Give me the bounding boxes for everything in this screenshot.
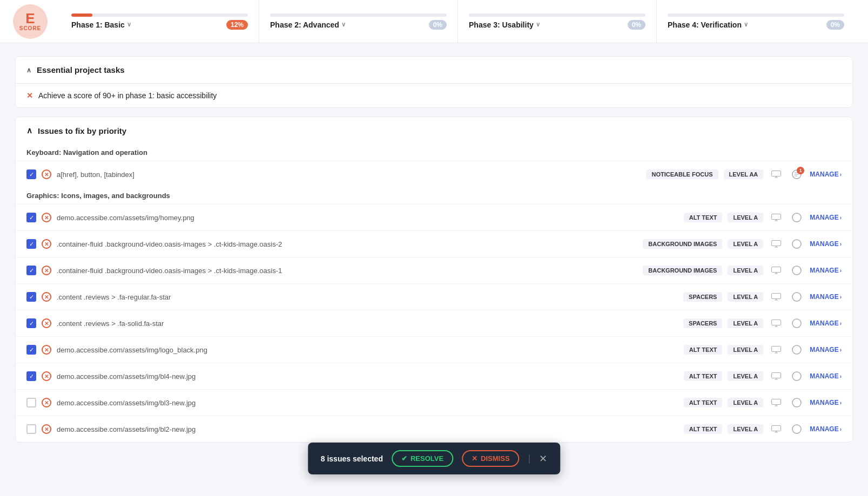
issue-selector-g1: .container-fluid .background-video.oasis…: [57, 240, 637, 248]
issue-dismiss-g7[interactable]: ✕: [42, 398, 51, 407]
comment-btn-0[interactable]: 1: [789, 167, 804, 182]
manage-link-g4[interactable]: MANAGE ›: [810, 320, 842, 327]
desktop-icon-g8[interactable]: [769, 422, 784, 437]
desktop-icon-g4[interactable]: [769, 316, 784, 331]
issue-level-g7: LEVEL A: [728, 398, 763, 407]
svg-rect-18: [772, 426, 781, 431]
essential-task-text: Achieve a score of 90+ in phase 1: basic…: [38, 91, 217, 100]
comment-btn-g5[interactable]: [789, 342, 804, 357]
manage-link-g3[interactable]: MANAGE ›: [810, 293, 842, 301]
issue-tag-g5: ALT TEXT: [684, 345, 723, 355]
toast-dismiss-button[interactable]: ✕ DISMISS: [462, 450, 519, 464]
manage-link-g0[interactable]: MANAGE ›: [810, 214, 842, 221]
issue-checkbox-g4[interactable]: ✓: [26, 318, 36, 328]
table-row: ✓ ✕ a[href], button, [tabindex] NOTICEAB…: [16, 161, 852, 187]
comment-btn-g2[interactable]: [789, 263, 804, 278]
issue-tag-g3: SPACERS: [683, 292, 722, 302]
desktop-icon-g6[interactable]: [769, 369, 784, 384]
svg-point-13: [792, 345, 801, 354]
phase-3-progress-bg: [469, 13, 645, 17]
toast-resolve-button[interactable]: ✔ RESOLVE: [392, 450, 453, 464]
phase-4-label: Phase 4: Verification ∨: [668, 21, 748, 29]
issue-checkbox-g0[interactable]: ✓: [26, 213, 36, 222]
issue-dismiss-g4[interactable]: ✕: [42, 318, 51, 328]
phase-3[interactable]: Phase 3: Usability ∨ 0%: [458, 0, 657, 43]
issues-section-header[interactable]: ∧ Issues to fix by priority: [16, 117, 852, 144]
toast-text: 8 issues selected: [321, 454, 383, 463]
phase-2[interactable]: Phase 2: Advanced ∨ 0%: [259, 0, 458, 43]
desktop-icon-0[interactable]: [769, 167, 784, 182]
essential-section-header[interactable]: ∧ Essential project tasks: [16, 57, 852, 84]
manage-arrow-0: ›: [840, 172, 842, 178]
score-badge: E SCORE: [13, 4, 48, 39]
desktop-icon-g5[interactable]: [769, 342, 784, 357]
phase-1-pct: 12%: [226, 20, 248, 30]
desktop-icon-g0[interactable]: [769, 210, 784, 225]
issue-dismiss-0[interactable]: ✕: [42, 169, 51, 179]
manage-link-g6[interactable]: MANAGE ›: [810, 372, 842, 380]
table-row: ✓ ✕ .container-fluid .background-video.o…: [16, 257, 852, 283]
essential-section-title: Essential project tasks: [37, 65, 125, 74]
issue-checkbox-g8[interactable]: [26, 424, 36, 434]
issue-checkbox-g3[interactable]: ✓: [26, 292, 36, 302]
desktop-icon-g1[interactable]: [769, 236, 784, 252]
phase-3-pct: 0%: [628, 20, 645, 30]
svg-point-7: [792, 266, 801, 275]
manage-link-g1[interactable]: MANAGE ›: [810, 240, 842, 248]
manage-link-g5[interactable]: MANAGE ›: [810, 346, 842, 354]
manage-link-0[interactable]: MANAGE ›: [810, 171, 842, 178]
desktop-icon-g3[interactable]: [769, 289, 784, 304]
svg-rect-2: [772, 214, 781, 220]
desktop-icon-g2[interactable]: [769, 263, 784, 278]
manage-link-g8[interactable]: MANAGE ›: [810, 425, 842, 433]
issue-level-g6: LEVEL A: [728, 371, 763, 381]
toast-close-button[interactable]: ✕: [539, 453, 547, 465]
desktop-icon-g7[interactable]: [769, 395, 784, 410]
issue-checkbox-0[interactable]: ✓: [26, 169, 36, 179]
issue-level-g4: LEVEL A: [728, 318, 763, 328]
comment-btn-g0[interactable]: [789, 210, 804, 225]
issue-checkbox-g1[interactable]: ✓: [26, 239, 36, 249]
issue-tag-g6: ALT TEXT: [684, 371, 723, 381]
issue-level-0: LEVEL AA: [724, 169, 764, 179]
issue-checkbox-g5[interactable]: ✓: [26, 345, 36, 355]
svg-rect-6: [772, 267, 781, 273]
issue-dismiss-g0[interactable]: ✕: [42, 213, 51, 222]
dismiss-x-icon: ✕: [472, 454, 477, 463]
manage-link-g2[interactable]: MANAGE ›: [810, 267, 842, 274]
phase-4-progress-bg: [668, 13, 844, 17]
comment-btn-g7[interactable]: [789, 395, 804, 410]
phase-4[interactable]: Phase 4: Verification ∨ 0%: [657, 0, 855, 43]
phase-2-pct: 0%: [429, 20, 447, 30]
comment-btn-g8[interactable]: [789, 422, 804, 437]
issue-dismiss-g1[interactable]: ✕: [42, 239, 51, 249]
table-row: ✕ demo.accessibe.com/assets/img/bl3-new.…: [16, 389, 852, 416]
phase-2-chevron: ∨: [341, 21, 346, 28]
comment-btn-g3[interactable]: [789, 289, 804, 304]
comment-btn-g4[interactable]: [789, 316, 804, 331]
issue-dismiss-g3[interactable]: ✕: [42, 292, 51, 302]
comment-btn-g6[interactable]: [789, 369, 804, 384]
phase-header: E SCORE Phase 1: Basic ∨ 12% Phas: [0, 0, 868, 43]
phase-1-chevron: ∨: [127, 21, 131, 28]
phase-1-progress-fill: [71, 13, 92, 17]
phase-1[interactable]: Phase 1: Basic ∨ 12%: [60, 0, 259, 43]
issue-dismiss-g6[interactable]: ✕: [42, 371, 51, 381]
issue-checkbox-g6[interactable]: ✓: [26, 371, 36, 381]
main-content: ∧ Essential project tasks ✕ Achieve a sc…: [0, 43, 868, 464]
phase-3-label: Phase 3: Usability ∨: [469, 21, 540, 29]
phase-1-label: Phase 1: Basic ∨: [71, 21, 131, 29]
keyboard-group-label: Keyboard: Navigation and operation: [16, 144, 852, 161]
manage-link-g7[interactable]: MANAGE ›: [810, 399, 842, 406]
comment-btn-g1[interactable]: [789, 236, 804, 252]
graphics-group-label: Graphics: Icons, images, and backgrounds: [16, 187, 852, 204]
issue-dismiss-g2[interactable]: ✕: [42, 266, 51, 275]
issue-checkbox-g7[interactable]: [26, 398, 36, 407]
issues-section: ∧ Issues to fix by priority Keyboard: Na…: [15, 117, 853, 443]
issue-dismiss-g8[interactable]: ✕: [42, 424, 51, 434]
issue-dismiss-g5[interactable]: ✕: [42, 345, 51, 355]
svg-rect-16: [772, 399, 781, 405]
issue-checkbox-g2[interactable]: ✓: [26, 266, 36, 275]
svg-point-3: [792, 213, 801, 222]
table-row: ✓ ✕ demo.accessibe.com/assets/img/homey.…: [16, 204, 852, 230]
